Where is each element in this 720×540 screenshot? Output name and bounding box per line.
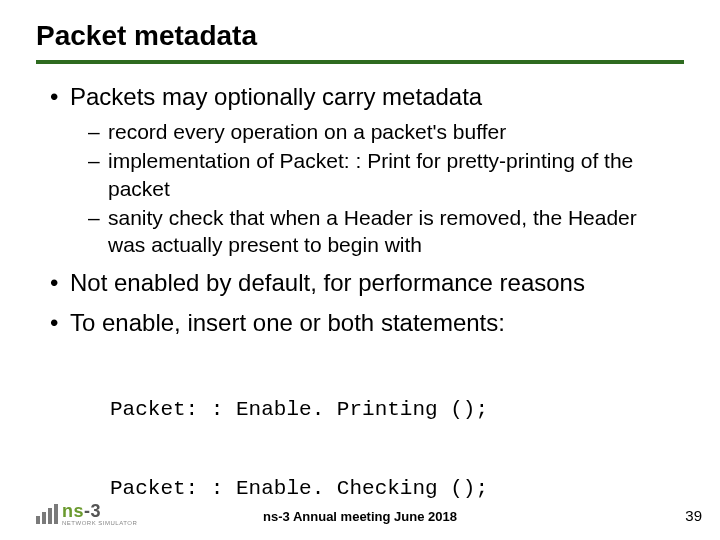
sub-bullet-item: record every operation on a packet's buf… bbox=[70, 118, 670, 145]
sub-bullet-list: record every operation on a packet's buf… bbox=[70, 118, 670, 258]
slide-title: Packet metadata bbox=[0, 0, 720, 60]
slide: Packet metadata Packets may optionally c… bbox=[0, 0, 720, 540]
bullet-text: To enable, insert one or both statements… bbox=[70, 309, 505, 336]
bullet-text: Packets may optionally carry metadata bbox=[70, 83, 482, 110]
bullet-item: Packets may optionally carry metadata re… bbox=[50, 82, 670, 258]
footer: ns-3 NETWORK SIMULATOR ns-3 Annual meeti… bbox=[0, 496, 720, 526]
sub-bullet-item: sanity check that when a Header is remov… bbox=[70, 204, 670, 259]
content-area: Packets may optionally carry metadata re… bbox=[0, 82, 720, 540]
title-rule bbox=[36, 60, 684, 64]
code-line: Packet: : Enable. Printing (); bbox=[110, 397, 670, 423]
bullet-list: Packets may optionally carry metadata re… bbox=[50, 82, 670, 540]
bullet-item: Not enabled by default, for performance … bbox=[50, 268, 670, 298]
page-number: 39 bbox=[685, 507, 702, 524]
footer-text: ns-3 Annual meeting June 2018 bbox=[0, 509, 720, 524]
sub-bullet-item: implementation of Packet: : Print for pr… bbox=[70, 147, 670, 202]
